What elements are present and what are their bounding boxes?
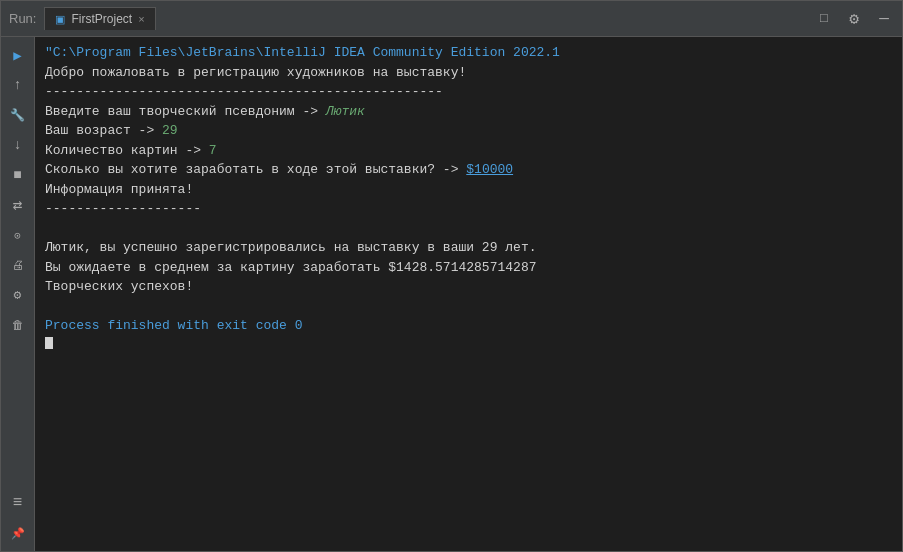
gears-button[interactable]: ⚙ (4, 281, 32, 309)
output-line-3: ----------------------------------------… (45, 82, 892, 102)
output-line-13: Творческих успехов! (45, 277, 892, 297)
output-line-10 (45, 219, 892, 239)
console-area: "C:\Program Files\JetBrains\IntelliJ IDE… (35, 37, 902, 551)
output-line-9: -------------------- (45, 199, 892, 219)
stop-button[interactable]: ■ (4, 161, 32, 189)
main-window: Run: ▣ FirstProject × □ ⚙ — ▶ ↑ 🔧 ↓ ■ ⇄ … (0, 0, 903, 552)
pin-button[interactable]: 📌 (4, 519, 32, 547)
scroll-up-button[interactable]: ↑ (4, 71, 32, 99)
tab-icon: ▣ (55, 13, 65, 26)
console-output: "C:\Program Files\JetBrains\IntelliJ IDE… (35, 37, 902, 551)
run-label: Run: (9, 11, 36, 26)
output-line-1: "C:\Program Files\JetBrains\IntelliJ IDE… (45, 43, 892, 63)
output-line-4: Введите ваш творческий псевдоним -> Люти… (45, 102, 892, 122)
output-line-14 (45, 297, 892, 317)
left-toolbar: ▶ ↑ 🔧 ↓ ■ ⇄ ⊙ 🖨 ⚙ 🗑 ≡ 📌 (1, 37, 35, 551)
output-line-7: Сколько вы хотите заработать в ходе этой… (45, 160, 892, 180)
close-button[interactable]: — (874, 10, 894, 28)
minimize-button[interactable]: □ (814, 11, 834, 26)
wrench-button[interactable]: 🔧 (4, 101, 32, 129)
main-area: ▶ ↑ 🔧 ↓ ■ ⇄ ⊙ 🖨 ⚙ 🗑 ≡ 📌 "C:\Program File… (1, 37, 902, 551)
output-line-11: Лютик, вы успешно зарегистрировались на … (45, 238, 892, 258)
run-tab[interactable]: ▣ FirstProject × (44, 7, 155, 30)
tab-close-button[interactable]: × (138, 13, 144, 25)
title-bar: Run: ▣ FirstProject × □ ⚙ — (1, 1, 902, 37)
list-button[interactable]: ≡ (4, 489, 32, 517)
output-line-6: Количество картин -> 7 (45, 141, 892, 161)
output-line-5: Ваш возраст -> 29 (45, 121, 892, 141)
output-line-12: Вы ожидаете в среднем за картину заработ… (45, 258, 892, 278)
settings-button[interactable]: ⚙ (844, 9, 864, 29)
play-button[interactable]: ▶ (4, 41, 32, 69)
cursor (45, 337, 53, 349)
title-bar-controls: □ ⚙ — (814, 9, 894, 29)
output-line-8: Информация принята! (45, 180, 892, 200)
print-button[interactable]: 🖨 (4, 251, 32, 279)
cursor-line (45, 336, 892, 356)
rerun-button[interactable]: ⇄ (4, 191, 32, 219)
trash-button[interactable]: 🗑 (4, 311, 32, 339)
output-line-15: Process finished with exit code 0 (45, 316, 892, 336)
scroll-down-button[interactable]: ↓ (4, 131, 32, 159)
output-line-2: Добро пожаловать в регистрацию художнико… (45, 63, 892, 83)
camera-button[interactable]: ⊙ (4, 221, 32, 249)
tab-name: FirstProject (71, 12, 132, 26)
